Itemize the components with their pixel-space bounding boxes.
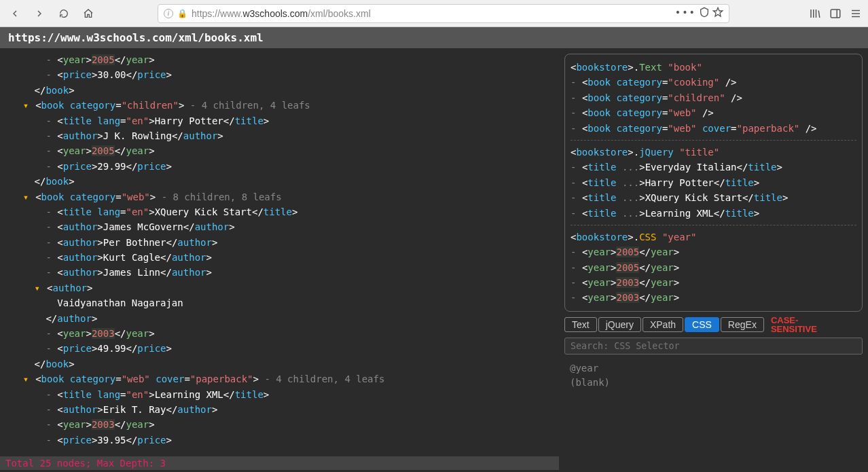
history-item[interactable]: @year (570, 361, 857, 376)
xml-line[interactable]: </book> (0, 83, 559, 98)
tab-regex[interactable]: RegEx (721, 317, 764, 332)
sidebar-icon[interactable] (829, 7, 842, 20)
tab-css[interactable]: CSS (685, 317, 719, 332)
lock-icon: 🔒 (177, 9, 187, 18)
xml-line[interactable]: - <author>Kurt Cagle</author> (0, 250, 559, 265)
xml-line[interactable]: </book> (0, 174, 559, 189)
xml-line[interactable]: - <author>Erik T. Ray</author> (0, 402, 559, 417)
result-item[interactable]: - <year>2005</year> (571, 260, 856, 275)
more-icon[interactable]: ••• (675, 7, 696, 20)
home-button[interactable] (79, 4, 98, 23)
shield-icon[interactable] (699, 7, 710, 20)
xml-line[interactable]: - <year>2003</year> (0, 417, 559, 432)
page-title: https://www.w3schools.com/xml/books.xml (0, 27, 868, 48)
result-item[interactable]: - <year>2003</year> (571, 275, 856, 290)
result-item[interactable]: - <book category="children" /> (571, 90, 856, 105)
page-actions: ••• (675, 7, 723, 20)
forward-button[interactable] (30, 4, 49, 23)
result-header: <bookstore>.jQuery "title" (571, 145, 856, 160)
xml-line[interactable]: - <author>Per Bothner</author> (0, 235, 559, 250)
xml-line[interactable]: ▾ <book category="web"> - 8 children, 8 … (0, 189, 559, 204)
result-group: <bookstore>.CSS "year"- <year>2005</year… (571, 225, 856, 306)
search-history: @year(blank) (564, 359, 863, 393)
tab-xpath[interactable]: XPath (643, 317, 683, 332)
xml-line[interactable]: ▾ <author> (0, 280, 559, 295)
url-bar[interactable]: i 🔒 https://www.w3schools.com/xml/books.… (158, 4, 729, 23)
tab-text[interactable]: Text (564, 317, 597, 332)
result-item[interactable]: - <book category="web" cover="paperback"… (571, 121, 856, 136)
result-group: <bookstore>.Text "book"- <book category=… (571, 60, 856, 136)
xml-line[interactable]: - <price>39.95</price> (0, 433, 559, 448)
browser-toolbar: i 🔒 https://www.w3schools.com/xml/books.… (0, 0, 868, 27)
result-item[interactable]: - <year>2005</year> (571, 244, 856, 259)
xml-line[interactable]: - <year>2003</year> (0, 326, 559, 341)
xml-line[interactable]: ▾ <book category="web" cover="paperback"… (0, 371, 559, 386)
results-box: <bookstore>.Text "book"- <book category=… (564, 54, 863, 312)
library-icon[interactable] (808, 7, 822, 20)
search-input[interactable] (564, 338, 863, 355)
url-text: https://www.w3schools.com/xml/books.xml (192, 8, 371, 19)
result-item[interactable]: - <year>2003</year> (571, 290, 856, 305)
xml-line[interactable]: ▾ <book category="children"> - 4 childre… (0, 98, 559, 113)
result-item[interactable]: - <title ...>XQuery Kick Start</title> (571, 190, 856, 205)
result-item[interactable]: - <title ...>Harry Potter</title> (571, 175, 856, 190)
result-item[interactable]: - <title ...>Learning XML</title> (571, 206, 856, 221)
info-icon[interactable]: i (164, 9, 173, 18)
back-button[interactable] (5, 4, 24, 23)
xml-line[interactable]: - <author>J K. Rowling</author> (0, 128, 559, 143)
search-mode-tabs: TextjQueryXPathCSSRegExCASE-SENSITIVE (564, 316, 863, 333)
xml-line[interactable]: - <title lang="en">Harry Potter</title> (0, 113, 559, 128)
xml-line[interactable]: Vaidyanathan Nagarajan (0, 295, 559, 310)
xml-line[interactable]: - <title lang="en">XQuery Kick Start</ti… (0, 204, 559, 219)
tab-jquery[interactable]: jQuery (598, 317, 641, 332)
xml-tree-panel[interactable]: - <year>2005</year> - <price>30.00</pric… (0, 48, 559, 470)
result-group: <bookstore>.jQuery "title"- <title ...>E… (571, 140, 856, 221)
menu-icon[interactable] (849, 7, 863, 20)
svg-rect-0 (831, 10, 840, 18)
xml-line[interactable]: - <author>James Linn</author> (0, 265, 559, 280)
history-item[interactable]: (blank) (570, 376, 857, 390)
xml-line[interactable]: - <author>James McGovern</author> (0, 219, 559, 234)
xml-line[interactable]: - <title lang="en">Learning XML</title> (0, 387, 559, 402)
reload-button[interactable] (54, 4, 73, 23)
case-sensitive-toggle[interactable]: CASE-SENSITIVE (771, 316, 817, 333)
result-header: <bookstore>.Text "book" (571, 60, 856, 75)
star-icon[interactable] (712, 7, 723, 20)
xml-line[interactable]: - <price>30.00</price> (0, 67, 559, 82)
xml-line[interactable]: - <year>2005</year> (0, 52, 559, 67)
result-item[interactable]: - <title ...>Everyday Italian</title> (571, 160, 856, 175)
xml-line[interactable]: - <price>49.99</price> (0, 341, 559, 356)
xml-line[interactable]: </author> (0, 311, 559, 326)
xml-line[interactable]: - <year>2005</year> (0, 143, 559, 158)
results-panel: <bookstore>.Text "book"- <book category=… (559, 48, 868, 470)
result-item[interactable]: - <book category="web" /> (571, 105, 856, 120)
status-bar: Total 25 nodes; Max Depth: 3 (0, 456, 559, 470)
xml-line[interactable]: - <price>29.99</price> (0, 159, 559, 174)
result-item[interactable]: - <book category="cooking" /> (571, 75, 856, 90)
xml-line[interactable]: </book> (0, 357, 559, 371)
result-header: <bookstore>.CSS "year" (571, 230, 856, 244)
